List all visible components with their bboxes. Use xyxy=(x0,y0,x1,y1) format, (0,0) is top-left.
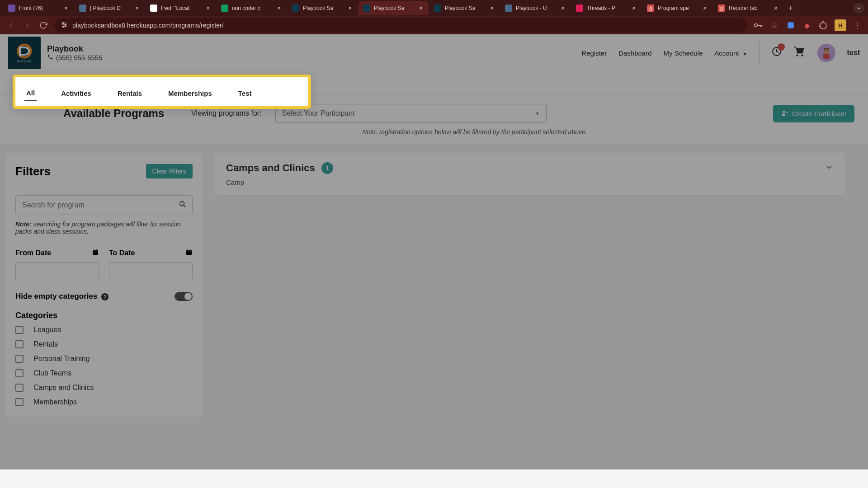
extension-icon-2[interactable]: ◆ xyxy=(802,20,812,30)
close-icon[interactable]: × xyxy=(276,5,282,11)
browser-tab[interactable]: gProgram spe× xyxy=(642,1,712,15)
browser-tab[interactable]: Threads - P× xyxy=(571,1,642,15)
program-search-input[interactable] xyxy=(15,195,193,215)
category-item[interactable]: Leagues xyxy=(15,326,193,334)
nav-register[interactable]: Register xyxy=(581,49,607,57)
program-card-title: Camps and Clinics xyxy=(226,162,315,174)
close-icon[interactable]: × xyxy=(63,5,69,11)
svg-rect-28 xyxy=(186,250,192,251)
close-icon[interactable]: × xyxy=(489,5,495,11)
checkbox[interactable] xyxy=(15,326,24,334)
to-date-input[interactable] xyxy=(109,262,193,280)
cart-button[interactable] xyxy=(794,46,806,60)
close-icon[interactable]: × xyxy=(205,5,211,11)
tab-title: non coder c xyxy=(232,5,272,11)
program-card[interactable]: Camps and Clinics 1 Camp xyxy=(214,153,845,195)
search-icon[interactable] xyxy=(179,201,186,210)
chevron-down-icon[interactable] xyxy=(825,163,834,174)
create-participant-label: Create Participant xyxy=(792,110,846,117)
bookmark-star-icon[interactable]: ☆ xyxy=(769,20,779,30)
tab-favicon xyxy=(576,5,583,12)
browser-tab[interactable]: non coder c× xyxy=(217,1,287,15)
notification-badge: ! xyxy=(778,43,785,51)
hide-empty-label: Hide empty categories xyxy=(15,292,97,300)
participant-select[interactable]: Select Your Participant ▼ xyxy=(275,104,547,123)
help-icon[interactable]: ? xyxy=(101,293,108,300)
program-tab-activities[interactable]: Activities xyxy=(59,86,93,101)
tab-favicon xyxy=(8,5,15,12)
program-card-subtitle: Camp xyxy=(226,178,834,186)
browser-tab[interactable]: Playbook - U× xyxy=(500,1,571,15)
nav-account[interactable]: Account ▼ xyxy=(714,49,747,57)
nav-my-schedule[interactable]: My Schedule xyxy=(664,49,703,57)
clear-filters-button[interactable]: Clear Filters xyxy=(146,164,193,178)
create-participant-button[interactable]: Create Participant xyxy=(773,105,854,122)
address-bar[interactable]: playbooksandbox8.herokuapp.com/programs/… xyxy=(54,18,748,33)
nav-dashboard[interactable]: Dashboard xyxy=(618,49,651,57)
new-tab-button[interactable]: + xyxy=(784,2,797,14)
browser-tab[interactable]: Playbook Sa× xyxy=(288,1,358,15)
extension-icon-1[interactable] xyxy=(786,20,796,30)
back-button[interactable] xyxy=(5,20,16,31)
close-icon[interactable]: × xyxy=(560,5,566,11)
username-label: test xyxy=(847,49,860,57)
tab-strip: Front (76)×| Playbook D×MFwd: "Locat×non… xyxy=(0,0,868,16)
checkbox[interactable] xyxy=(15,340,24,348)
forward-button[interactable] xyxy=(22,20,33,31)
tab-title: Reorder tab xyxy=(729,5,769,11)
category-label: Leagues xyxy=(33,326,61,334)
checkbox[interactable] xyxy=(15,384,24,392)
program-count-badge: 1 xyxy=(321,162,333,174)
category-item[interactable]: Club Teams xyxy=(15,369,193,377)
close-icon[interactable]: × xyxy=(418,5,424,11)
close-icon[interactable]: × xyxy=(773,5,779,11)
close-icon[interactable]: × xyxy=(347,5,353,11)
site-settings-icon[interactable] xyxy=(61,21,68,30)
svg-point-5 xyxy=(63,26,64,27)
program-tab-test[interactable]: Test xyxy=(236,86,254,101)
program-tab-memberships[interactable]: Memberships xyxy=(166,86,214,101)
checkbox[interactable] xyxy=(15,369,24,377)
checkbox[interactable] xyxy=(15,398,24,406)
close-icon[interactable]: × xyxy=(702,5,708,11)
user-avatar[interactable] xyxy=(817,44,835,62)
password-icon[interactable] xyxy=(753,20,763,30)
hide-empty-toggle[interactable] xyxy=(175,292,193,301)
category-item[interactable]: Rentals xyxy=(15,340,193,348)
category-item[interactable]: Camps and Clinics xyxy=(15,384,193,392)
filter-note-row: Note: registration options below will be… xyxy=(0,126,868,144)
chrome-profile-badge[interactable]: H xyxy=(835,19,846,31)
available-programs-title: Available Programs xyxy=(63,107,164,120)
notifications-button[interactable]: ! xyxy=(771,46,782,60)
chrome-menu-icon[interactable]: ⋮ xyxy=(853,20,863,30)
browser-tab[interactable]: Playbook Sa× xyxy=(429,1,500,15)
svg-line-22 xyxy=(184,205,185,207)
filters-divider xyxy=(15,187,193,187)
phone-number: (555) 555-5555 xyxy=(56,54,103,61)
search-note-bold: Note: xyxy=(15,221,32,228)
svg-point-16 xyxy=(824,50,825,51)
close-icon[interactable]: × xyxy=(134,5,140,11)
tab-list-dropdown[interactable] xyxy=(854,3,864,14)
browser-tab[interactable]: | Playbook D× xyxy=(75,1,145,15)
browser-tab[interactable]: Front (76)× xyxy=(4,1,74,15)
category-item[interactable]: Memberships xyxy=(15,398,193,406)
calendar-icon[interactable] xyxy=(185,249,193,258)
from-date-input[interactable] xyxy=(15,262,99,280)
browser-tab[interactable]: Playbook Sa× xyxy=(359,1,429,15)
category-item[interactable]: Personal Training xyxy=(15,355,193,363)
viewing-for-label: Viewing programs for: xyxy=(191,109,261,117)
close-icon[interactable]: × xyxy=(631,5,637,11)
brand-logo[interactable]: PLAYBOOK xyxy=(8,37,41,69)
header-nav: Register Dashboard My Schedule Account ▼… xyxy=(581,42,860,64)
calendar-icon[interactable] xyxy=(92,249,99,258)
svg-point-17 xyxy=(827,50,828,51)
program-tab-all[interactable]: All xyxy=(24,85,37,101)
extensions-puzzle-icon[interactable] xyxy=(818,20,828,30)
cart-icon xyxy=(794,47,806,60)
program-tab-rentals[interactable]: Rentals xyxy=(116,86,144,101)
browser-tab[interactable]: gReorder tab× xyxy=(713,1,783,15)
reload-button[interactable] xyxy=(38,20,49,31)
checkbox[interactable] xyxy=(15,355,24,363)
browser-tab[interactable]: MFwd: "Locat× xyxy=(146,1,216,15)
